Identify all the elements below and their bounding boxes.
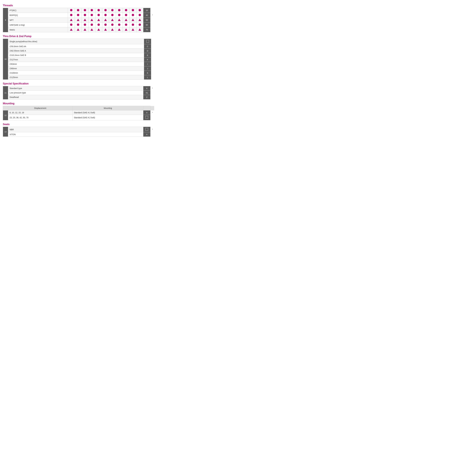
row-number: 13: [3, 127, 8, 137]
triangle-icon: [139, 19, 141, 21]
seal-label: NBR: [8, 127, 143, 132]
code-cell: 40: [143, 13, 150, 18]
mounting-section: Mounting Displacement Mounting 12 8, 10,…: [3, 102, 154, 120]
symbol-cell: [102, 23, 109, 27]
code-cell: A: [143, 110, 150, 115]
symbol-cell: [109, 27, 116, 32]
table-row: ∅100mm K: [3, 71, 154, 75]
dot-icon: [111, 9, 114, 11]
displacement-header: Displacement: [8, 106, 72, 110]
asterisk-cell: [150, 91, 154, 95]
table-row: ∅50.8mm SAE AA C: [3, 44, 154, 49]
symbol-cell: [95, 27, 102, 32]
mounting-cell: Standard (SAE A 2 bolt): [72, 115, 143, 120]
symbol-cell: [68, 18, 75, 23]
asterisk-cell: *: [150, 110, 154, 115]
symbol-cell: [68, 23, 75, 27]
table-row: ∅82.55mm SAE A D: [3, 49, 154, 53]
table-header-row: Displacement Mounting: [3, 106, 154, 110]
thru-drive-label: ∅127mm: [8, 57, 144, 62]
triangle-icon: [111, 28, 114, 31]
threads-section: Threads 9 PT(RC) 10 BSPP(G) 40 * NPT 50 …: [3, 4, 154, 32]
asterisk-cell: [151, 66, 154, 71]
asterisk-cell: [150, 18, 154, 23]
mounting-table: Displacement Mounting 12 8, 10, 12, 15, …: [3, 106, 154, 120]
dot-icon: [139, 14, 141, 16]
symbol-cell: [102, 8, 109, 13]
dot-icon: [139, 24, 141, 26]
symbol-cell: [95, 18, 102, 23]
table-row: VITON A: [3, 132, 154, 137]
triangle-icon: [77, 19, 79, 21]
asterisk-header: [150, 106, 154, 110]
dot-icon: [139, 9, 141, 11]
symbol-cell: [75, 8, 82, 13]
dot-icon: [91, 9, 93, 11]
dot-icon: [104, 24, 107, 26]
triangle-icon: [111, 19, 114, 21]
table-row: ∅125mm L: [3, 75, 154, 80]
seals-section: Seals 13 NBR * VITON A: [3, 123, 154, 137]
asterisk-cell: [151, 71, 154, 75]
square-icon: [145, 128, 148, 131]
triangle-icon: [118, 19, 121, 21]
code-cell: [143, 127, 150, 132]
thru-drive-label: ∅63mm: [8, 62, 144, 66]
triangle-icon: [77, 28, 79, 31]
row-number: 12: [3, 110, 8, 120]
symbol-cell: [68, 13, 75, 18]
asterisk-cell: [151, 53, 154, 57]
symbol-cell: [116, 27, 123, 32]
symbol-cell: [88, 23, 95, 27]
symbol-cell: [123, 23, 129, 27]
symbol-cell: [102, 18, 109, 23]
symbol-cell: [75, 27, 82, 32]
thread-label: UNF(SAE o-ring): [8, 23, 68, 27]
dot-icon: [77, 24, 79, 26]
dot-icon: [118, 9, 120, 11]
symbol-cell: [129, 13, 136, 18]
displacement-cell: 23, 25, 38, 42, 50, 70: [8, 115, 72, 120]
triangle-icon: [84, 28, 86, 31]
table-row: Low pressure type X1: [3, 91, 154, 95]
thread-label: BSPP(G): [8, 13, 68, 18]
special-spec-label: Deadhead: [8, 95, 143, 100]
symbol-cell: [82, 27, 88, 32]
table-row: 9 PT(RC) 10: [3, 8, 154, 13]
code-header: [143, 106, 150, 110]
symbol-cell: [136, 27, 143, 32]
mounting-header: Mounting: [72, 106, 143, 110]
asterisk-cell: [150, 27, 154, 32]
code-cell: J: [144, 66, 151, 71]
symbol-cell: [88, 18, 95, 23]
symbol-cell: [123, 18, 129, 23]
triangle-icon: [132, 19, 134, 21]
symbol-cell: [129, 18, 136, 23]
triangle-icon: [132, 28, 134, 31]
triangle-icon: [84, 19, 86, 21]
dot-icon: [111, 24, 114, 26]
symbol-cell: [116, 8, 123, 13]
triangle-icon: [70, 28, 72, 31]
table-row: ∅127mm F: [3, 57, 154, 62]
triangle-icon: [104, 28, 107, 31]
code-cell: L: [144, 75, 151, 80]
code-cell: [143, 115, 150, 120]
code-cell: 70: [143, 27, 150, 32]
thru-drive-label: ∅82.55mm SAE A: [8, 49, 144, 53]
symbol-cell: [116, 23, 123, 27]
special-spec-label: Standard type: [8, 86, 143, 91]
triangle-icon: [97, 28, 100, 31]
asterisk-cell: [150, 115, 154, 120]
displacement-cell: 8, 10, 12, 15, 18: [8, 110, 72, 115]
asterisk-cell: [151, 75, 154, 80]
symbol-cell: [82, 8, 88, 13]
symbol-cell: [109, 13, 116, 18]
thru-drive-label: ∅100mm: [8, 71, 144, 75]
code-cell: K: [144, 71, 151, 75]
table-row: ∅101.6mm SAE B E: [3, 53, 154, 57]
dot-icon: [118, 14, 120, 16]
symbol-cell: [123, 8, 129, 13]
dot-icon: [77, 9, 79, 11]
dot-icon: [98, 9, 100, 11]
